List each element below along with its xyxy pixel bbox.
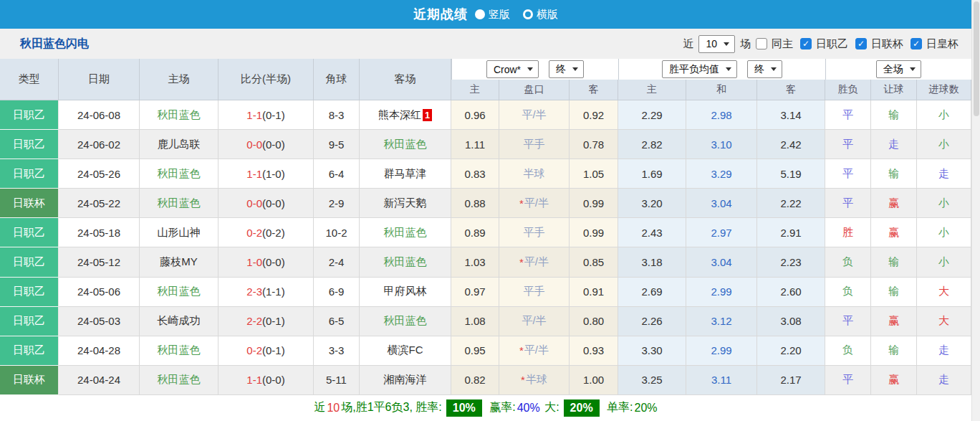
summary-segment-8: 单率: <box>604 400 633 415</box>
cell-handicap: 平手 <box>499 278 570 307</box>
col-header-type: 类型 <box>0 59 59 100</box>
cell-match-type: 日职乙 <box>0 218 59 247</box>
cell-goals: 大 <box>917 278 971 307</box>
cell-avg-draw: 2.98 <box>686 100 757 130</box>
odds-time-2-value: 终 <box>754 63 764 76</box>
sub-header-avg-home: 主 <box>618 80 686 100</box>
radio-selected-icon[interactable] <box>475 9 485 19</box>
cell-result: 负 <box>825 247 871 277</box>
cell-handicap: 平手 <box>499 218 570 247</box>
cell-result: 胜 <box>825 218 871 247</box>
table-body: 日职乙24-06-08秋田蓝色1-1(0-1)8-3熊本深红10.96平/半0.… <box>0 100 980 395</box>
cell-corners: 6-9 <box>314 278 360 307</box>
summary-segment-4: 赢率: <box>486 400 516 415</box>
score-fulltime: 1-1 <box>246 168 262 180</box>
cell-handicap-result: 赢 <box>871 218 917 247</box>
radio-unselected-icon[interactable] <box>523 9 533 19</box>
cell-handicap: 平/半 <box>499 100 570 130</box>
checkbox-2[interactable]: ✓ <box>855 38 867 49</box>
avg-odds-select[interactable]: 胜平负均值 <box>662 60 737 78</box>
table-row: 日职乙24-06-02鹿儿岛联0-0(0-0)9-5秋田蓝色1.11平手0.78… <box>0 130 971 159</box>
avg-dropdown-group: 胜平负均值 终 <box>618 59 825 80</box>
away-team-name: 秋田蓝色 <box>384 138 427 151</box>
cell-goals: 走 <box>917 159 971 189</box>
cell-handicap-result: 赢 <box>871 307 917 336</box>
cell-odds-home: 0.89 <box>451 218 499 247</box>
checkbox-3[interactable]: ✓ <box>911 38 922 49</box>
cell-match-type: 日联杯 <box>0 189 59 218</box>
sub-header-odds-home: 主 <box>451 80 499 100</box>
cell-date: 24-04-24 <box>59 366 140 395</box>
odds-time-select-2[interactable]: 终 <box>747 60 782 78</box>
cell-away-team: 甲府风林 <box>360 278 451 307</box>
bookmaker-select[interactable]: Crow* <box>486 60 539 78</box>
cell-home-team: 长崎成功 <box>140 307 218 336</box>
checkbox-label-0[interactable]: 同主 <box>772 37 793 51</box>
cell-odds-home: 1.11 <box>451 130 499 159</box>
radio-horizontal-label[interactable]: 横版 <box>537 8 558 22</box>
cell-away-team: 横滨FC <box>360 336 451 366</box>
checkbox-0[interactable] <box>756 38 767 49</box>
away-team-name: 群马草津 <box>384 167 427 181</box>
cell-date: 24-05-06 <box>59 278 140 307</box>
match-scope-value: 全场 <box>883 63 903 76</box>
cell-date: 24-05-12 <box>59 247 140 277</box>
odds-time-select-1[interactable]: 终 <box>549 60 584 78</box>
cell-odds-home: 1.03 <box>451 247 499 277</box>
cell-match-type: 日职乙 <box>0 159 59 189</box>
cell-avg-draw: 3.29 <box>686 159 757 189</box>
cell-result: 平 <box>825 100 871 130</box>
checkbox-label-3[interactable]: 日皇杯 <box>926 37 959 51</box>
cell-date: 24-06-08 <box>59 100 140 130</box>
cell-corners: 8-3 <box>314 100 360 130</box>
score-halftime: (0-0) <box>262 256 285 268</box>
cell-avg-home: 3.30 <box>618 336 686 366</box>
radio-vertical-label[interactable]: 竖版 <box>489 8 510 22</box>
avg-odds-select-value: 胜平负均值 <box>669 63 719 76</box>
cell-result: 平 <box>825 366 871 395</box>
cell-avg-home: 2.26 <box>618 307 686 336</box>
handicap-star: * <box>519 344 524 356</box>
match-scope-select[interactable]: 全场 <box>876 60 921 78</box>
table-row: 日职乙24-05-26秋田蓝色1-1(1-0)6-4群马草津0.83半球1.05… <box>0 159 971 189</box>
handicap-star: * <box>519 197 524 209</box>
summary-segment-3: 10% <box>446 399 482 417</box>
chevron-down-icon <box>726 67 731 71</box>
table-row: 日职乙24-05-18山形山神0-2(0-2)10-2秋田蓝色0.89平手0.9… <box>0 218 971 247</box>
cell-date: 24-05-18 <box>59 218 140 247</box>
filter-bar: 秋田蓝色闪电 近 10 场 同主✓日职乙✓日联杯✓日皇杯 <box>0 29 971 59</box>
cell-home-team: 秋田蓝色 <box>140 336 218 366</box>
cell-corners: 9-5 <box>314 130 360 159</box>
cell-date: 24-05-22 <box>59 189 140 218</box>
checkbox-1[interactable]: ✓ <box>800 38 812 49</box>
radio-horizontal-layout[interactable]: 横版 <box>523 8 558 22</box>
cell-handicap: *平/半 <box>499 247 570 277</box>
checkbox-label-1[interactable]: 日职乙 <box>816 37 848 51</box>
sub-header-odds-away: 客 <box>570 80 618 100</box>
cell-corners: 6-4 <box>314 159 360 189</box>
summary-segment-1: 10 <box>327 402 340 415</box>
cell-result: 平 <box>825 307 871 336</box>
cell-home-team: 山形山神 <box>140 218 218 247</box>
cell-corners: 3-3 <box>314 336 360 366</box>
cell-home-team: 鹿儿岛联 <box>140 130 218 159</box>
scrollbar[interactable] <box>971 0 980 421</box>
cell-avg-away: 2.22 <box>757 189 825 218</box>
cell-date: 24-05-26 <box>59 159 140 189</box>
checkbox-label-2[interactable]: 日联杯 <box>871 37 903 51</box>
score-halftime: (0-1) <box>262 109 285 121</box>
cell-handicap-result: 输 <box>871 100 917 130</box>
cell-home-team: 秋田蓝色 <box>140 366 218 395</box>
away-team-name: 新泻天鹅 <box>384 197 427 210</box>
recent-count-select[interactable]: 10 <box>698 35 735 53</box>
cell-match-type: 日职乙 <box>0 278 59 307</box>
cell-date: 24-06-02 <box>59 130 140 159</box>
radio-vertical-layout[interactable]: 竖版 <box>475 8 510 22</box>
cell-avg-draw: 2.99 <box>686 336 757 366</box>
away-team-name: 熊本深红 <box>378 108 421 122</box>
cell-match-type: 日职乙 <box>0 130 59 159</box>
cell-avg-home: 2.69 <box>618 278 686 307</box>
score-fulltime: 2-3 <box>246 285 262 298</box>
cell-avg-away: 2.23 <box>757 247 825 277</box>
scrollbar-thumb[interactable] <box>974 1 979 116</box>
